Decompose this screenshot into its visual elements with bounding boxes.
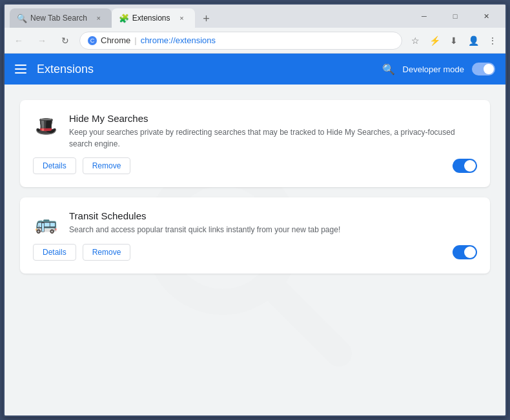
hamburger-line-3 xyxy=(15,72,26,74)
browser-window: 🔍 New Tab Search × 🧩 Extensions × + ─ □ … xyxy=(3,3,507,417)
tab-new-tab-search-close[interactable]: × xyxy=(94,13,104,23)
extension-card-transit-schedules: 🚌 Transit Schedules Search and access po… xyxy=(20,197,490,274)
extensions-header: Extensions 🔍 Developer mode xyxy=(5,54,505,85)
title-bar: 🔍 New Tab Search × 🧩 Extensions × + ─ □ … xyxy=(5,5,505,28)
hide-my-searches-details-button[interactable]: Details xyxy=(33,157,76,174)
toggle-thumb xyxy=(484,64,494,74)
card-footer-1: Details Remove xyxy=(33,157,477,174)
window-controls: ─ □ ✕ xyxy=(410,6,500,26)
hide-my-searches-icon: 🎩 xyxy=(33,113,59,139)
card-header-2: 🚌 Transit Schedules Search and access po… xyxy=(33,210,477,236)
back-button[interactable]: ← xyxy=(10,32,28,50)
transit-schedules-desc: Search and access popular transit quick … xyxy=(69,224,477,235)
header-right: 🔍 Developer mode xyxy=(382,63,495,75)
hide-my-searches-toggle[interactable] xyxy=(453,159,477,173)
card-header-1: 🎩 Hide My Searches Keep your searches pr… xyxy=(33,113,477,150)
bookmark-icon[interactable]: ☆ xyxy=(407,33,423,48)
card-footer-2: Details Remove xyxy=(33,244,477,261)
minimize-button[interactable]: ─ xyxy=(410,6,438,26)
separator: | xyxy=(134,35,136,45)
tab-new-tab-search-label: New Tab Search xyxy=(30,14,87,23)
hide-my-searches-desc: Keep your searches private by redirectin… xyxy=(69,126,477,150)
hamburger-line-2 xyxy=(15,68,26,70)
developer-mode-label: Developer mode xyxy=(403,65,464,74)
card-info-2: Transit Schedules Search and access popu… xyxy=(69,210,477,235)
address-input[interactable]: C Chrome | chrome://extensions xyxy=(79,32,402,50)
header-search-icon[interactable]: 🔍 xyxy=(382,63,395,75)
maximize-button[interactable]: □ xyxy=(441,6,469,26)
close-button[interactable]: ✕ xyxy=(472,6,500,26)
address-bar: ← → ↻ C Chrome | chrome://extensions ☆ ⚡… xyxy=(5,28,505,54)
download-icon[interactable]: ⬇ xyxy=(446,33,462,48)
transit-schedules-icon: 🚌 xyxy=(33,210,59,236)
hamburger-menu[interactable] xyxy=(15,65,26,74)
hide-my-searches-name: Hide My Searches xyxy=(69,113,477,124)
tab-extensions-label: Extensions xyxy=(132,14,170,23)
tab-extensions-icon: 🧩 xyxy=(119,14,128,23)
card-info-1: Hide My Searches Keep your searches priv… xyxy=(69,113,477,150)
tab-new-tab-search[interactable]: 🔍 New Tab Search × xyxy=(10,8,112,28)
hide-my-searches-remove-button[interactable]: Remove xyxy=(83,157,131,174)
transit-schedules-remove-button[interactable]: Remove xyxy=(83,244,131,261)
extensions-title: Extensions xyxy=(37,63,94,76)
toggle-blue-thumb-2 xyxy=(464,246,476,258)
svg-line-1 xyxy=(270,285,339,354)
forward-button[interactable]: → xyxy=(33,32,51,50)
extension-card-hide-my-searches: 🎩 Hide My Searches Keep your searches pr… xyxy=(20,100,490,187)
profile-icon[interactable]: 👤 xyxy=(465,33,481,48)
url-text: chrome://extensions xyxy=(141,35,216,45)
tabs-container: 🔍 New Tab Search × 🧩 Extensions × + xyxy=(10,5,410,28)
tab-extensions-close[interactable]: × xyxy=(177,13,187,23)
extensions-content: 🎩 Hide My Searches Keep your searches pr… xyxy=(5,85,505,415)
transit-schedules-details-button[interactable]: Details xyxy=(33,244,76,261)
site-icon: C xyxy=(88,36,97,45)
tab-search-icon: 🔍 xyxy=(17,14,26,23)
hamburger-line-1 xyxy=(15,65,26,66)
extensions-toolbar-icon[interactable]: ⚡ xyxy=(427,33,442,48)
transit-schedules-name: Transit Schedules xyxy=(69,210,477,221)
refresh-button[interactable]: ↻ xyxy=(56,32,74,50)
developer-mode-toggle[interactable] xyxy=(472,63,495,75)
toggle-blue-thumb-1 xyxy=(464,160,476,172)
new-tab-button[interactable]: + xyxy=(198,10,216,28)
transit-schedules-toggle[interactable] xyxy=(453,245,477,259)
address-right: ☆ ⚡ ⬇ 👤 ⋮ xyxy=(407,33,500,48)
tab-extensions[interactable]: 🧩 Extensions × xyxy=(112,8,195,28)
more-icon[interactable]: ⋮ xyxy=(485,33,500,48)
site-label: Chrome xyxy=(101,35,130,45)
